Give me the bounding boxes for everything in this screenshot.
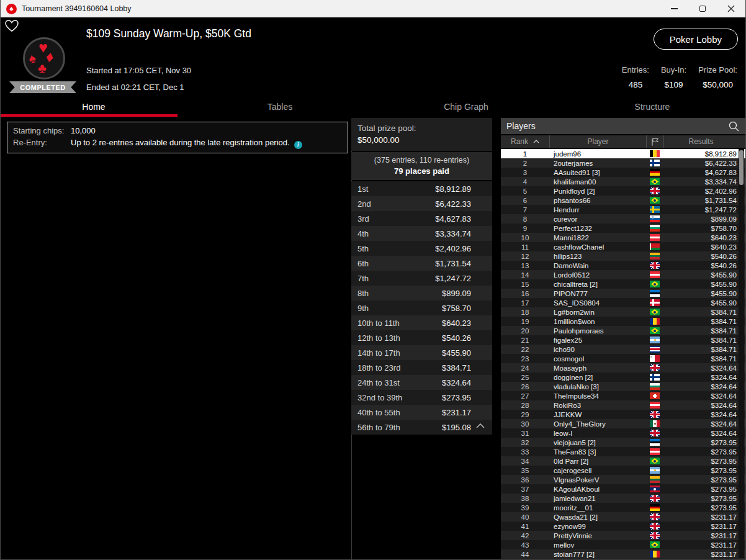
player-row[interactable]: 6phsantos66$1,731.54 [501,196,745,205]
column-player[interactable]: Player [549,135,646,148]
column-results[interactable]: Results [663,135,745,148]
favorite-button[interactable] [5,20,19,35]
close-button[interactable] [717,0,745,17]
player-row[interactable]: 37KAgoulAKboul$273.95 [501,484,745,494]
minimize-button[interactable] [660,0,688,17]
player-row[interactable]: 11cashflowChanel$640.23 [501,242,745,251]
player-row[interactable]: 39mooritz__01$273.95 [501,503,745,512]
player-row[interactable]: 38jamiedwan21$273.95 [501,494,745,503]
player-result: $273.95 [663,485,745,493]
player-rank: 10 [501,234,549,242]
player-row[interactable]: 41ezynow99$231.17 [501,522,745,531]
player-name: Paulohpmoraes [549,327,646,335]
payout-place: 10th to 11th [351,318,400,328]
player-row[interactable]: 22outerjames$6,422.33 [501,158,745,168]
player-row[interactable]: 31leow-l$324.64 [501,428,745,438]
player-row[interactable]: 191million$won$384.71 [501,317,745,326]
player-rank: 23 [501,355,549,363]
player-rank: 27 [501,392,549,400]
player-row[interactable]: 32viejojuan5 [2]$273.95 [501,438,745,447]
romania-flag-icon [650,318,660,325]
tab-chip-graph[interactable]: Chip Graph [373,99,559,117]
poker-lobby-button[interactable]: Poker Lobby [654,29,738,50]
player-row[interactable]: 8curevor$899.09 [501,214,745,224]
player-row[interactable]: 4khalifaman00$3,334.74 [501,177,745,186]
payout-row: 1st$8,912.89 [351,181,492,196]
search-button[interactable] [728,120,740,132]
finland-flag-icon [650,374,660,381]
denmark-flag-icon [650,299,660,306]
player-row[interactable]: 30Only4_TheGlory$324.64 [501,419,745,428]
stat-entries-value: 485 [622,80,649,89]
player-row[interactable]: 42PrettyVinnie$231.17 [501,531,745,540]
player-row[interactable]: 17SAS_IDS0804$455.90 [501,298,745,307]
argentina-flag-icon [650,336,660,343]
player-result: $324.64 [663,392,745,400]
prize-pool-panel: Total prize pool: $50,000.00 (375 entrie… [351,118,492,435]
payout-row: 2nd$6,422.33 [351,196,492,211]
uk-flag-icon [650,430,660,436]
player-result: $324.64 [663,383,745,391]
player-row[interactable]: 20Paulohpmoraes$384.71 [501,326,745,335]
player-result: $231.17 [663,513,745,521]
player-row[interactable]: 25dogginen [2]$324.64 [501,373,745,382]
player-row[interactable]: 5Punkfloyd [2]$2,402.96 [501,186,745,196]
germany-flag-icon [650,504,660,511]
player-row[interactable]: 24Moasayph$324.64 [501,363,745,373]
maximize-button[interactable] [688,0,717,17]
player-name: cosmogol [549,355,646,363]
player-row[interactable]: 28RokiRo3$324.64 [501,400,745,410]
players-scrollbar[interactable] [739,149,744,558]
player-row[interactable]: 18Lg#born2win$384.71 [501,307,745,317]
player-row[interactable]: 10Manni1822$640.23 [501,233,745,242]
bulgaria-flag-icon [650,225,660,232]
player-result: $273.95 [663,439,745,446]
player-result: $273.95 [663,458,745,465]
player-row[interactable]: 26vladulaNko [3]$324.64 [501,382,745,391]
players-scrollbar-thumb[interactable] [739,150,744,185]
tab-structure[interactable]: Structure [559,99,745,117]
player-row[interactable]: 3AAsuited91 [3]$4,627.83 [501,168,745,177]
player-row[interactable]: 44stoian777 [2]$231.17 [501,549,745,559]
player-row[interactable]: 29JJEKKW$324.64 [501,410,745,419]
player-row[interactable]: 23cosmogol$384.71 [501,354,745,363]
column-rank[interactable]: Rank [501,135,549,148]
player-flag-cell [646,150,663,157]
player-name: Qwasda21 [2] [549,513,646,521]
player-row[interactable]: 340ld Parr [2]$273.95 [501,456,745,466]
info-icon[interactable]: i [294,141,302,149]
player-flag-cell [646,467,663,474]
player-row[interactable]: 12hilips123$540.26 [501,251,745,261]
player-row[interactable]: 40Qwasda21 [2]$231.17 [501,512,745,522]
payout-amount: $6,422.33 [435,199,492,209]
player-row[interactable]: 27TheImpulse34$324.64 [501,391,745,400]
player-row[interactable]: 22icho90$384.71 [501,345,745,354]
uk-flag-icon [650,411,660,418]
player-flag-cell [646,513,663,520]
player-row[interactable]: 9Perfect1232$758.70 [501,224,745,233]
player-row[interactable]: 35cajerogesell$273.95 [501,466,745,475]
player-row[interactable]: 15chicalltreta [2]$455.90 [501,279,745,289]
player-flag-cell [646,364,663,371]
main-content: Starting chips: 10,000 Re-Entry: Up to 2… [1,117,745,559]
title-bar: ♠ Tournament 3949160604 Lobby [1,0,745,17]
austria-flag-icon [650,234,660,241]
column-flag[interactable] [646,135,663,148]
heart-outline-icon [5,20,19,32]
tab-home[interactable]: Home [1,99,187,117]
player-row[interactable]: 1judem96$8,912.89 [501,149,745,158]
player-row[interactable]: 33TheFan83 [3]$273.95 [501,447,745,456]
player-row[interactable]: 7Hendurr$1,247.72 [501,205,745,214]
lithuania-flag-icon [650,476,660,483]
player-row[interactable]: 21figalex25$384.71 [501,335,745,345]
player-row[interactable]: 36VIgnasPokerV$273.95 [501,475,745,484]
payouts-scroll-up[interactable] [351,423,492,428]
player-row[interactable]: 14Lordof0512$455.90 [501,270,745,279]
tab-tables[interactable]: Tables [187,99,373,117]
brazil-flag-icon [650,309,660,315]
player-row[interactable]: 16PIPON777$455.90 [501,289,745,298]
player-flag-cell [646,187,663,194]
player-row[interactable]: 13DamoWain$540.26 [501,261,745,270]
player-rank: 14 [501,271,549,279]
player-row[interactable]: 43mellov$231.17 [501,540,745,549]
